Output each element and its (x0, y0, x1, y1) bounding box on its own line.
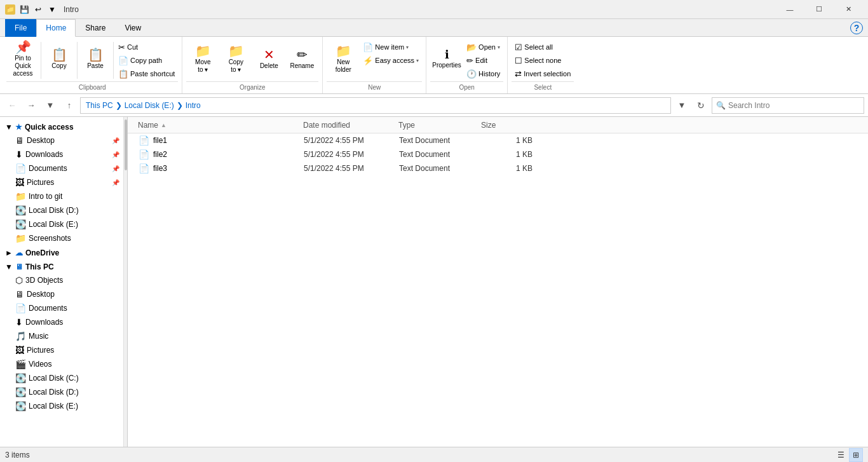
edit-button[interactable]: ✏ Edit (463, 54, 503, 67)
main-area: ▼ ★ Quick access 🖥 Desktop 📌 ⬇ Downloads… (0, 117, 868, 447)
breadcrumb: This PC ❯ Local Disk (E:) ❯ Intro (86, 101, 201, 110)
search-box[interactable]: 🔍 (712, 97, 864, 114)
undo-icon[interactable]: ↩ (32, 3, 44, 16)
move-to-button[interactable]: 📁 Moveto ▾ (186, 39, 219, 79)
quick-access-star-icon: ★ (15, 123, 22, 132)
sidebar-item-local-disk-e[interactable]: 💽 Local Disk (E:) (0, 217, 123, 231)
sidebar-item-3d-objects[interactable]: ⬡ 3D Objects (0, 273, 123, 287)
rename-icon: ✏ (297, 48, 308, 61)
clipboard-sep1 (41, 42, 41, 79)
select-all-button[interactable]: ☑ Select all (512, 41, 574, 53)
maximize-button[interactable]: ☐ (804, 0, 834, 19)
sidebar-item-pictures[interactable]: 🖼 Pictures 📌 (0, 175, 123, 189)
sidebar-item-documents-pc[interactable]: 📄 Documents (0, 301, 123, 315)
tab-view[interactable]: View (115, 19, 151, 37)
disk-e2-icon: 💽 (15, 401, 26, 411)
delete-button[interactable]: ✕ Delete (252, 39, 285, 79)
sidebar-scroll-thumb[interactable] (125, 119, 127, 170)
sidebar-scrollbar[interactable] (124, 117, 128, 447)
select-small-buttons: ☑ Select all ☐ Select none ⇄ Invert sele… (512, 39, 574, 80)
easy-access-icon: ⚡ (363, 56, 373, 65)
refresh-button[interactable]: ↻ (693, 97, 709, 114)
sidebar-item-music[interactable]: 🎵 Music (0, 329, 123, 343)
tab-share[interactable]: Share (76, 19, 115, 37)
pin-to-quick-access-button[interactable]: 📌 Pin to Quickaccess (6, 39, 39, 79)
sidebar-item-intro-to-git[interactable]: 📁 Intro to git (0, 189, 123, 203)
sidebar-item-local-disk-d2[interactable]: 💽 Local Disk (D:) (0, 385, 123, 399)
sidebar-item-local-disk-c[interactable]: 💽 Local Disk (C:) (0, 371, 123, 385)
clipboard-small-buttons: ✂ Cut 📄 Copy path 📋 Paste shortcut (115, 39, 178, 80)
rename-button[interactable]: ✏ Rename (285, 39, 318, 79)
copy-button[interactable]: 📋 Copy (43, 39, 76, 79)
sidebar-item-local-disk-d[interactable]: 💽 Local Disk (D:) (0, 203, 123, 217)
easy-access-button[interactable]: ⚡ Easy access ▾ (360, 54, 422, 67)
documents-pc-icon: 📄 (15, 303, 26, 313)
select-content: ☑ Select all ☐ Select none ⇄ Invert sele… (512, 37, 574, 81)
table-row[interactable]: 📄 file1 5/1/2022 4:55 PM Text Document 1… (138, 133, 858, 147)
table-row[interactable]: 📄 file3 5/1/2022 4:55 PM Text Document 1… (138, 161, 858, 175)
copy-path-button[interactable]: 📄 Copy path (115, 54, 178, 67)
sidebar-thispc-header[interactable]: ▼ 🖥 This PC (0, 259, 123, 273)
pin-icon: 📌 (15, 41, 31, 53)
col-header-date[interactable]: Date modified (303, 121, 398, 130)
select-all-icon: ☑ (515, 43, 522, 52)
thispc-chevron-icon: ▼ (5, 262, 13, 271)
new-item-button[interactable]: 📄 New item ▾ (360, 41, 422, 53)
close-button[interactable]: ✕ (834, 0, 863, 19)
ribbon-tabs: File Home Share View ? (0, 19, 868, 37)
save-icon[interactable]: 💾 (18, 3, 31, 16)
invert-icon: ⇄ (515, 69, 522, 79)
history-button[interactable]: 🕐 History (463, 67, 503, 80)
onedrive-chevron-icon: ► (5, 248, 13, 257)
table-row[interactable]: 📄 file2 5/1/2022 4:55 PM Text Document 1… (138, 147, 858, 161)
sidebar-item-desktop-pc[interactable]: 🖥 Desktop (0, 287, 123, 301)
nav-up-button[interactable]: ↑ (61, 97, 78, 114)
invert-selection-button[interactable]: ⇄ Invert selection (512, 67, 574, 80)
address-bar[interactable]: This PC ❯ Local Disk (E:) ❯ Intro (80, 97, 671, 114)
open-button[interactable]: 📂 Open ▾ (463, 41, 503, 53)
col-header-type[interactable]: Type (398, 121, 481, 130)
downloads-icon: ⬇ (15, 149, 23, 160)
sidebar-onedrive-header[interactable]: ► ☁ OneDrive (0, 245, 123, 259)
sidebar-item-pictures-pc[interactable]: 🖼 Pictures (0, 343, 123, 357)
sidebar-item-documents[interactable]: 📄 Documents 📌 (0, 161, 123, 175)
file-size-cell: 1 KB (482, 150, 532, 159)
sidebar-item-downloads-pc[interactable]: ⬇ Downloads (0, 315, 123, 329)
file-date-cell: 5/1/2022 4:55 PM (304, 164, 399, 173)
downloads-pc-icon: ⬇ (15, 317, 23, 327)
customize-icon[interactable]: ▼ (46, 3, 58, 16)
new-folder-button[interactable]: 📁 Newfolder (327, 39, 360, 79)
tab-file[interactable]: File (5, 19, 36, 37)
nav-back-button[interactable]: ← (4, 97, 20, 114)
sidebar-item-videos[interactable]: 🎬 Videos (0, 357, 123, 371)
sidebar-item-downloads[interactable]: ⬇ Downloads 📌 (0, 147, 123, 161)
sidebar-item-local-disk-e2[interactable]: 💽 Local Disk (E:) (0, 399, 123, 413)
select-none-button[interactable]: ☐ Select none (512, 54, 574, 67)
breadcrumb-this-pc[interactable]: This PC (86, 101, 113, 110)
view-toggle: ☰ ⊞ (834, 448, 863, 462)
tab-home[interactable]: Home (36, 19, 76, 37)
copy-icon: 📋 (51, 48, 67, 61)
breadcrumb-local-disk[interactable]: Local Disk (E:) (125, 101, 174, 110)
file-header: Name ▲ Date modified Type Size (128, 117, 868, 133)
nav-forward-button[interactable]: → (23, 97, 39, 114)
search-input[interactable] (728, 101, 860, 110)
copy-to-button[interactable]: 📁 Copyto ▾ (219, 39, 252, 79)
address-dropdown-button[interactable]: ▼ (674, 97, 690, 114)
details-view-button[interactable]: ☰ (834, 448, 848, 462)
sidebar-item-desktop[interactable]: 🖥 Desktop 📌 (0, 133, 123, 147)
minimize-button[interactable]: — (775, 0, 804, 19)
sidebar-item-screenshots[interactable]: 📁 Screenshots (0, 231, 123, 245)
paste-shortcut-button[interactable]: 📋 Paste shortcut (115, 67, 178, 80)
drive-icon: 💽 (15, 219, 26, 229)
properties-button[interactable]: ℹ Properties (430, 39, 463, 79)
cut-icon: ✂ (118, 43, 125, 52)
large-icons-view-button[interactable]: ⊞ (849, 448, 863, 462)
cut-button[interactable]: ✂ Cut (115, 41, 178, 53)
sidebar-quick-access-header[interactable]: ▼ ★ Quick access (0, 119, 123, 133)
col-header-size[interactable]: Size (481, 121, 532, 130)
help-button[interactable]: ? (850, 22, 863, 34)
paste-button[interactable]: 📋 Paste (79, 39, 112, 79)
nav-recent-button[interactable]: ▼ (42, 97, 58, 114)
col-header-name[interactable]: Name ▲ (138, 121, 303, 130)
